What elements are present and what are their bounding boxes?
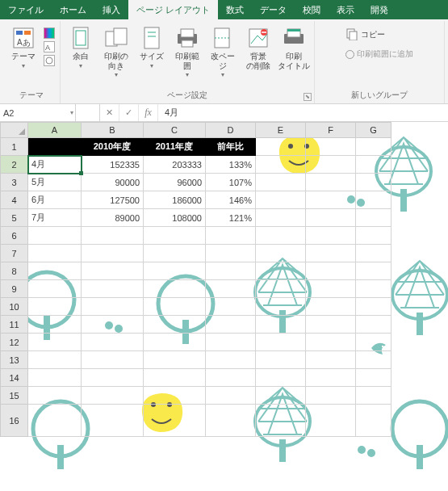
- row-header-5[interactable]: 5: [1, 209, 28, 227]
- cell-F5[interactable]: [306, 209, 356, 227]
- cell-A12[interactable]: [28, 334, 82, 351]
- cell-E9[interactable]: [256, 280, 306, 298]
- cell-B16[interactable]: [82, 405, 144, 437]
- cell-A3[interactable]: 5月: [28, 174, 82, 191]
- cell-F4[interactable]: [306, 191, 356, 209]
- formula-input[interactable]: 4月: [158, 104, 448, 121]
- cell-F10[interactable]: [306, 298, 356, 316]
- cell-C9[interactable]: [144, 280, 206, 298]
- cell-C3[interactable]: 96000: [144, 174, 206, 191]
- cancel-button[interactable]: ✕: [100, 104, 119, 121]
- col-header-D[interactable]: D: [206, 123, 256, 138]
- cell-E12[interactable]: [256, 334, 306, 351]
- row-header-13[interactable]: 13: [1, 351, 28, 369]
- cell-G3[interactable]: [356, 174, 391, 191]
- cell-B5[interactable]: 89000: [82, 209, 144, 227]
- cell-E14[interactable]: [256, 369, 306, 387]
- cell-F3[interactable]: [306, 174, 356, 191]
- cell-A15[interactable]: [28, 387, 82, 405]
- cell-G8[interactable]: [356, 262, 391, 280]
- cell-C2[interactable]: 203333: [144, 156, 206, 174]
- tab-data[interactable]: データ: [252, 0, 295, 19]
- cell-D7[interactable]: [206, 245, 256, 262]
- col-header-C[interactable]: C: [144, 123, 206, 138]
- cell-E11[interactable]: [256, 316, 306, 334]
- breaks-button[interactable]: 改ページ ▾: [207, 23, 238, 78]
- row-header-6[interactable]: 6: [1, 227, 28, 245]
- name-box[interactable]: A2 ▾: [0, 104, 76, 121]
- print-area-button[interactable]: 印刷範囲 ▾: [172, 23, 203, 78]
- cell-B11[interactable]: [82, 316, 144, 334]
- cell-D6[interactable]: [206, 227, 256, 245]
- cell-A9[interactable]: [28, 280, 82, 298]
- cell-B2[interactable]: 152335: [82, 156, 144, 174]
- cell-D4[interactable]: 146%: [206, 191, 256, 209]
- cell-D16[interactable]: [206, 405, 256, 437]
- cell-B15[interactable]: [82, 387, 144, 405]
- cell-F6[interactable]: [306, 227, 356, 245]
- row-header-3[interactable]: 3: [1, 174, 28, 191]
- cell-E5[interactable]: [256, 209, 306, 227]
- cell-G4[interactable]: [356, 191, 391, 209]
- cell-B7[interactable]: [82, 245, 144, 262]
- tab-insert[interactable]: 挿入: [94, 0, 128, 19]
- cell-F1[interactable]: [306, 138, 356, 156]
- cell-C11[interactable]: [144, 316, 206, 334]
- cell-A13[interactable]: [28, 351, 82, 369]
- copy-button[interactable]: コピー: [345, 27, 385, 42]
- cell-G16[interactable]: [356, 405, 391, 437]
- cell-G11[interactable]: [356, 316, 391, 334]
- cell-D11[interactable]: [206, 316, 256, 334]
- cell-F12[interactable]: [306, 334, 356, 351]
- cell-C6[interactable]: [144, 227, 206, 245]
- cell-G6[interactable]: [356, 227, 391, 245]
- cell-E4[interactable]: [256, 191, 306, 209]
- cell-G7[interactable]: [356, 245, 391, 262]
- tab-developer[interactable]: 開発: [362, 0, 396, 19]
- cell-E3[interactable]: [256, 174, 306, 191]
- cell-E13[interactable]: [256, 351, 306, 369]
- tab-view[interactable]: 表示: [329, 0, 362, 19]
- row-header-14[interactable]: 14: [1, 369, 28, 387]
- cell-A10[interactable]: [28, 298, 82, 316]
- row-header-12[interactable]: 12: [1, 334, 28, 351]
- select-all-corner[interactable]: [1, 123, 28, 138]
- margins-button[interactable]: 余白 ▾: [65, 23, 96, 69]
- row-header-15[interactable]: 15: [1, 387, 28, 405]
- cell-F9[interactable]: [306, 280, 356, 298]
- theme-fonts-button[interactable]: A: [44, 41, 55, 52]
- cell-C1[interactable]: 2011年度: [144, 138, 206, 156]
- page-setup-dialog-launcher[interactable]: ⬊: [304, 93, 312, 101]
- cell-C10[interactable]: [144, 298, 206, 316]
- print-titles-button[interactable]: 印刷 タイトル: [278, 23, 309, 70]
- cell-C8[interactable]: [144, 262, 206, 280]
- tab-review[interactable]: 校閲: [295, 0, 329, 19]
- cell-E16[interactable]: [256, 405, 306, 437]
- cell-E1[interactable]: [256, 138, 306, 156]
- enter-button[interactable]: ✓: [119, 104, 139, 121]
- cell-A16[interactable]: [28, 405, 82, 437]
- cell-G12[interactable]: [356, 334, 391, 351]
- row-header-7[interactable]: 7: [1, 245, 28, 262]
- cell-E10[interactable]: [256, 298, 306, 316]
- cell-D9[interactable]: [206, 280, 256, 298]
- cell-A14[interactable]: [28, 369, 82, 387]
- cell-E8[interactable]: [256, 262, 306, 280]
- cell-D8[interactable]: [206, 262, 256, 280]
- cell-F13[interactable]: [306, 351, 356, 369]
- cell-A1[interactable]: [28, 138, 82, 156]
- cell-C7[interactable]: [144, 245, 206, 262]
- row-header-16[interactable]: 16: [1, 405, 28, 437]
- cell-D12[interactable]: [206, 334, 256, 351]
- cell-A8[interactable]: [28, 262, 82, 280]
- cell-D2[interactable]: 133%: [206, 156, 256, 174]
- cell-G9[interactable]: [356, 280, 391, 298]
- theme-effects-button[interactable]: [44, 55, 55, 66]
- cell-A7[interactable]: [28, 245, 82, 262]
- row-header-4[interactable]: 4: [1, 191, 28, 209]
- cell-B8[interactable]: [82, 262, 144, 280]
- cell-A4[interactable]: 6月: [28, 191, 82, 209]
- cell-C14[interactable]: [144, 369, 206, 387]
- cell-C5[interactable]: 108000: [144, 209, 206, 227]
- orientation-button[interactable]: 印刷の 向き ▾: [101, 23, 132, 78]
